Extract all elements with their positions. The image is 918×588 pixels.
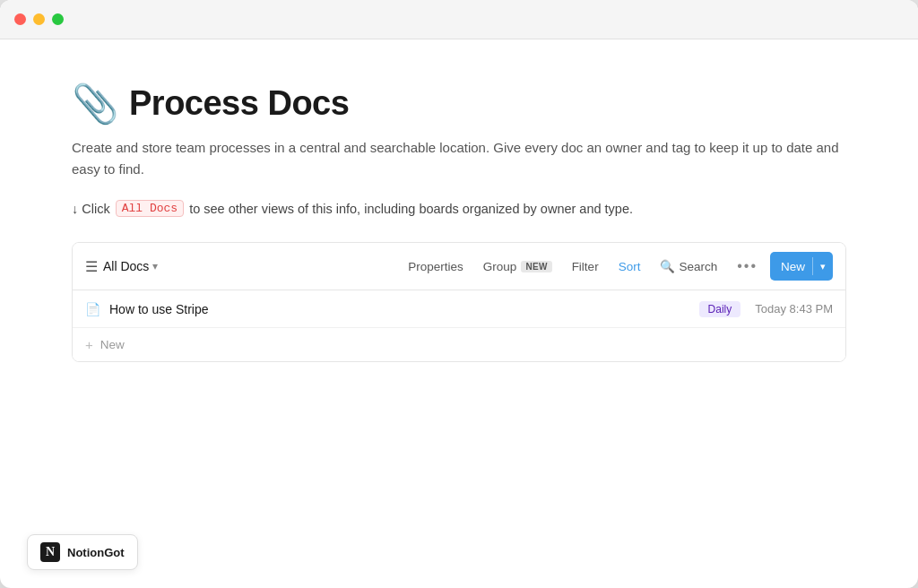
row-title: How to use Stripe (109, 302, 699, 316)
page-icon: 📎 (72, 85, 118, 123)
more-options-button[interactable]: ••• (730, 255, 765, 277)
properties-button[interactable]: Properties (401, 256, 471, 277)
db-title-group: ☰ All Docs ▾ (85, 258, 158, 275)
db-actions: Properties Group NEW Filter Sort 🔍 Sear (401, 252, 833, 281)
add-row-label: New (100, 338, 125, 351)
sort-button[interactable]: Sort (611, 256, 648, 277)
new-entry-button[interactable]: New ▾ (770, 252, 833, 281)
chevron-down-icon[interactable]: ▾ (817, 261, 833, 272)
row-tag: Daily (699, 301, 741, 317)
page-content: 📎 Process Docs Create and store team pro… (0, 39, 918, 588)
window: 📎 Process Docs Create and store team pro… (0, 0, 918, 588)
button-divider (812, 257, 813, 275)
search-icon: 🔍 (660, 259, 675, 273)
maximize-button[interactable] (52, 13, 64, 25)
database-body: 📄 How to use Stripe Daily Today 8:43 PM … (73, 290, 845, 361)
filter-button[interactable]: Filter (565, 256, 606, 277)
close-button[interactable] (14, 13, 26, 25)
group-new-badge: NEW (521, 261, 551, 272)
database-title[interactable]: All Docs ▾ (103, 259, 158, 273)
chevron-down-icon: ▾ (152, 260, 158, 272)
brand-name: NotionGot (67, 546, 125, 559)
click-hint-prefix: ↓ Click (72, 202, 110, 216)
click-hint-suffix: to see other views of this info, includi… (189, 202, 633, 216)
row-date: Today 8:43 PM (755, 302, 833, 316)
page-description: Create and store team processes in a cen… (72, 137, 843, 180)
new-button-label: New (781, 260, 809, 273)
database-icon: ☰ (85, 258, 98, 275)
database-section: ☰ All Docs ▾ Properties Group NEW (72, 242, 846, 362)
search-button[interactable]: 🔍 Search (653, 255, 724, 277)
brand-logo: N (40, 542, 60, 562)
group-button[interactable]: Group NEW (476, 256, 559, 277)
branding-badge: N NotionGot (27, 534, 138, 570)
traffic-lights (14, 13, 64, 25)
add-row-button[interactable]: + New (73, 328, 845, 361)
click-hint-tag[interactable]: All Docs (116, 200, 184, 217)
titlebar (0, 0, 918, 39)
table-row[interactable]: 📄 How to use Stripe Daily Today 8:43 PM (73, 290, 845, 328)
minimize-button[interactable] (33, 13, 45, 25)
database-header: ☰ All Docs ▾ Properties Group NEW (73, 243, 845, 290)
plus-icon: + (85, 337, 93, 352)
click-hint: ↓ Click All Docs to see other views of t… (72, 200, 846, 217)
page-title: Process Docs (129, 84, 349, 123)
page-title-row: 📎 Process Docs (72, 84, 846, 123)
doc-icon: 📄 (85, 302, 100, 316)
